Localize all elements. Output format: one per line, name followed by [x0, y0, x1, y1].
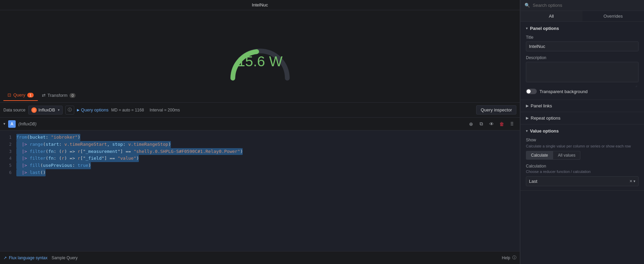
tabs-bar: ⊡ Query 1 ⇄ Transform 0: [0, 88, 520, 103]
calculation-label: Calculation: [526, 164, 639, 169]
meta-md: MD = auto = 1168: [111, 108, 144, 112]
code-line-6: 6 |> last(): [0, 169, 520, 176]
panel-links-chevron: ▶: [526, 104, 529, 108]
tab-overrides[interactable]: Overrides: [582, 11, 644, 21]
info-icon: ⓘ: [512, 255, 516, 261]
query-tab-badge: 1: [27, 93, 33, 98]
query-options-label: Query options: [81, 107, 109, 112]
left-panel: IntelNuc 15.6 W ⊡ Query 1 ⇄ Transform 0 …: [0, 0, 520, 264]
transparent-bg-toggle[interactable]: [526, 89, 537, 94]
datasource-name: InfluxDB: [38, 107, 55, 112]
toggle-thumb: [527, 89, 531, 93]
all-overrides-tabs: All Overrides: [520, 11, 644, 22]
value-options-header[interactable]: ▾ Value options: [526, 128, 639, 134]
search-bar: 🔍: [520, 0, 644, 11]
panel-title-bar: IntelNuc: [0, 0, 520, 10]
row-toggle-visibility-button[interactable]: 👁: [487, 120, 496, 128]
title-field-input[interactable]: [526, 41, 639, 51]
calculation-value: Last: [529, 179, 537, 184]
help-label: Help: [502, 256, 510, 260]
query-row-header: ▾ A (InfluxDB) ⊕ ⧉ 👁 🗑 ⠿: [0, 118, 520, 130]
repeat-options-header[interactable]: ▶ Repeat options: [526, 116, 639, 121]
query-inspector-button[interactable]: Query inspector: [476, 105, 516, 115]
right-panel: 🔍 All Overrides ▾ Panel options Title De…: [520, 0, 644, 264]
resize-handle[interactable]: ⌟: [635, 83, 639, 86]
help-button[interactable]: Help ⓘ: [502, 255, 516, 261]
description-field-label: Description: [526, 55, 639, 60]
row-more-button[interactable]: ⠿: [508, 120, 516, 128]
show-description: Calculate a single value per column or s…: [526, 144, 639, 148]
transparent-bg-label: Transparent background: [540, 89, 587, 94]
panel-links-title: Panel links: [531, 103, 552, 108]
gauge-value: 15.6 W: [237, 53, 283, 70]
row-actions: ⊕ ⧉ 👁 🗑 ⠿: [467, 120, 516, 128]
gauge-area: 15.6 W: [0, 10, 520, 88]
panel-title: IntelNuc: [252, 2, 268, 7]
value-options-chevron: ▾: [526, 129, 528, 133]
transparent-bg-toggle-container: Transparent background: [526, 89, 639, 94]
search-input[interactable]: [533, 3, 640, 8]
flux-syntax-button[interactable]: ↗ Flux language syntax: [3, 256, 47, 260]
query-meta: MD = auto = 1168 Interval = 200ms: [111, 108, 473, 112]
query-options-button[interactable]: ▶ Query options: [77, 107, 109, 112]
calculate-btn[interactable]: Calculate: [526, 151, 553, 160]
title-field-label: Title: [526, 35, 639, 40]
search-icon: 🔍: [525, 3, 530, 8]
panel-links-section: ▶ Panel links: [520, 100, 644, 112]
tab-all[interactable]: All: [520, 11, 582, 21]
panel-options-title: Panel options: [530, 26, 559, 31]
code-line-3: 3 |> filter(fn: (r) => r["_measurement"]…: [0, 148, 520, 155]
repeat-options-chevron: ▶: [526, 116, 529, 120]
query-toolbar: Data source ⬡ InfluxDB ▾ ⓘ ▶ Query optio…: [0, 103, 520, 118]
tab-transform[interactable]: ⇄ Transform 0: [38, 90, 80, 101]
calculation-clear-icon[interactable]: ✕ ▾: [629, 179, 635, 183]
code-line-4: 4 |> filter(fn: (r) => r["_field"] == "v…: [0, 155, 520, 162]
row-collapse-button[interactable]: ▾: [3, 122, 5, 126]
show-btn-group: Calculate All values: [526, 151, 639, 160]
meta-interval: Interval = 200ms: [150, 108, 180, 112]
row-datasource-label: (InfluxDB): [18, 122, 36, 126]
query-editor-area: ▾ A (InfluxDB) ⊕ ⧉ 👁 🗑 ⠿ 1 from(bucket: …: [0, 118, 520, 251]
query-tab-icon: ⊡: [7, 92, 11, 98]
row-letter: A: [8, 120, 16, 128]
value-options-section: ▾ Value options Show Calculate a single …: [520, 124, 644, 191]
calculation-select[interactable]: Last ✕ ▾: [526, 176, 639, 186]
panel-links-header[interactable]: ▶ Panel links: [526, 103, 639, 108]
all-values-btn[interactable]: All values: [553, 151, 580, 160]
code-line-2: 2 |> range(start: v.timeRangeStart, stop…: [0, 141, 520, 148]
code-line-5: 5 |> fill(usePrevious: true): [0, 162, 520, 169]
panel-options-header[interactable]: ▾ Panel options: [526, 26, 639, 31]
datasource-selector[interactable]: ⬡ InfluxDB ▾: [28, 106, 63, 115]
transform-tab-badge: 0: [69, 93, 76, 98]
code-editor[interactable]: 1 from(bucket: "iobroker") 2 |> range(st…: [0, 130, 520, 251]
code-line-1: 1 from(bucket: "iobroker"): [0, 134, 520, 141]
datasource-label: Data source: [3, 108, 26, 112]
sample-query-button[interactable]: Sample Query: [51, 256, 78, 260]
flux-syntax-label: Flux language syntax: [9, 256, 47, 260]
transform-tab-icon: ⇄: [42, 93, 46, 98]
transform-tab-label: Transform: [48, 93, 68, 98]
external-link-icon: ↗: [3, 256, 7, 260]
bottom-bar: ↗ Flux language syntax Sample Query Help…: [0, 251, 520, 264]
repeat-options-title: Repeat options: [531, 116, 560, 121]
value-options-title: Value options: [530, 128, 559, 134]
query-tab-label: Query: [13, 92, 25, 98]
panel-options-section: ▾ Panel options Title Description ⌟ Tran…: [520, 22, 644, 100]
panel-options-chevron: ▾: [526, 26, 528, 31]
tab-query[interactable]: ⊡ Query 1: [3, 90, 38, 101]
chevron-down-icon: ▾: [58, 108, 60, 112]
calculation-description: Choose a reducer function / calculation: [526, 170, 639, 174]
chevron-right-icon: ▶: [77, 108, 80, 112]
row-duplicate-button[interactable]: ⧉: [477, 120, 486, 128]
repeat-options-section: ▶ Repeat options: [520, 112, 644, 124]
description-wrapper: ⌟: [526, 62, 639, 86]
gauge-container: 15.6 W: [226, 27, 294, 71]
row-delete-button[interactable]: 🗑: [497, 120, 506, 128]
info-button[interactable]: ⓘ: [65, 106, 74, 115]
row-add-expression-button[interactable]: ⊕: [467, 120, 476, 128]
description-field-textarea[interactable]: [526, 62, 639, 82]
influxdb-icon: ⬡: [31, 107, 37, 113]
show-label: Show: [526, 138, 639, 142]
